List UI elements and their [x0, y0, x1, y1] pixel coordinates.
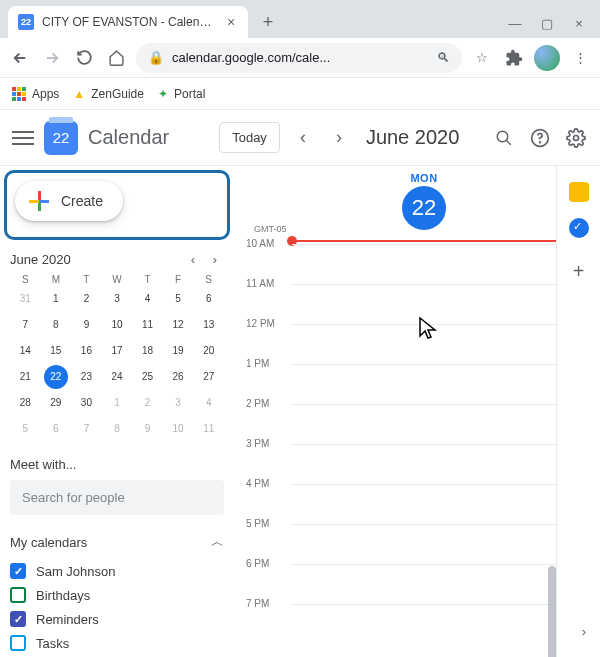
calendar-item[interactable]: Sam Johnson — [10, 559, 224, 583]
mini-day[interactable]: 5 — [13, 417, 37, 441]
calendar-checkbox[interactable] — [10, 587, 26, 603]
mini-day[interactable]: 17 — [105, 339, 129, 363]
mini-day[interactable]: 16 — [74, 339, 98, 363]
mini-day[interactable]: 11 — [197, 417, 221, 441]
calendar-checkbox[interactable] — [10, 563, 26, 579]
mini-day[interactable]: 10 — [166, 417, 190, 441]
mini-day[interactable]: 9 — [74, 313, 98, 337]
mini-day[interactable]: 20 — [197, 339, 221, 363]
hour-row[interactable]: 10 AM — [292, 244, 556, 284]
minimize-icon[interactable]: — — [508, 16, 522, 30]
mini-day[interactable]: 8 — [105, 417, 129, 441]
main-menu-icon[interactable] — [12, 127, 34, 149]
mini-day[interactable]: 4 — [136, 287, 160, 311]
hour-row[interactable]: 7 PM — [292, 604, 556, 644]
mini-day[interactable]: 2 — [74, 287, 98, 311]
create-button[interactable]: Create — [15, 181, 123, 221]
hour-row[interactable]: 6 PM — [292, 564, 556, 604]
mini-next-icon[interactable]: › — [206, 250, 224, 268]
mini-day[interactable]: 21 — [13, 365, 37, 389]
mini-day[interactable]: 1 — [44, 287, 68, 311]
prev-period-icon[interactable]: ‹ — [290, 125, 316, 151]
home-icon[interactable] — [104, 46, 128, 70]
mini-day[interactable]: 4 — [197, 391, 221, 415]
calendar-item[interactable]: Birthdays — [10, 583, 224, 607]
keep-addon-icon[interactable] — [569, 182, 589, 202]
reload-icon[interactable] — [72, 46, 96, 70]
mini-day[interactable]: 30 — [74, 391, 98, 415]
mini-day[interactable]: 8 — [44, 313, 68, 337]
day-view[interactable]: MON 22 GMT-05 10 AM11 AM12 PM1 PM2 PM3 P… — [238, 166, 556, 657]
next-period-icon[interactable]: › — [326, 125, 352, 151]
mini-day[interactable]: 13 — [197, 313, 221, 337]
mini-day[interactable]: 6 — [197, 287, 221, 311]
mini-day[interactable]: 25 — [136, 365, 160, 389]
my-calendars-header[interactable]: My calendars ︿ — [10, 533, 224, 551]
search-in-page-icon[interactable]: 🔍︎ — [437, 50, 450, 65]
back-icon[interactable] — [8, 46, 32, 70]
new-tab-button[interactable]: + — [254, 8, 282, 36]
mini-day[interactable]: 11 — [136, 313, 160, 337]
bookmark-portal[interactable]: ✦Portal — [158, 87, 205, 101]
settings-gear-icon[interactable] — [564, 126, 588, 150]
kebab-menu-icon[interactable]: ⋮ — [568, 46, 592, 70]
mini-prev-icon[interactable]: ‹ — [184, 250, 202, 268]
mini-day[interactable]: 2 — [136, 391, 160, 415]
today-button[interactable]: Today — [219, 122, 280, 153]
bookmark-star-icon[interactable]: ☆ — [470, 46, 494, 70]
hour-row[interactable]: 4 PM — [292, 484, 556, 524]
mini-day[interactable]: 26 — [166, 365, 190, 389]
close-tab-icon[interactable]: × — [224, 15, 238, 29]
hour-row[interactable]: 2 PM — [292, 404, 556, 444]
calendar-item[interactable]: Tasks — [10, 631, 224, 655]
mini-day[interactable]: 31 — [13, 287, 37, 311]
mini-day[interactable]: 7 — [74, 417, 98, 441]
hour-row[interactable]: 1 PM — [292, 364, 556, 404]
help-icon[interactable] — [528, 126, 552, 150]
mini-day[interactable]: 1 — [105, 391, 129, 415]
close-window-icon[interactable]: × — [572, 16, 586, 30]
mini-day[interactable]: 9 — [136, 417, 160, 441]
mini-day[interactable]: 5 — [166, 287, 190, 311]
address-bar[interactable]: 🔒 calendar.google.com/cale... 🔍︎ — [136, 43, 462, 73]
hour-row[interactable]: 5 PM — [292, 524, 556, 564]
meet-with-label: Meet with... — [10, 457, 224, 472]
mini-day[interactable]: 10 — [105, 313, 129, 337]
mini-day[interactable]: 12 — [166, 313, 190, 337]
mini-day[interactable]: 29 — [44, 391, 68, 415]
calendar-item[interactable]: Reminders — [10, 607, 224, 631]
bookmark-zenguide[interactable]: ▲ZenGuide — [73, 87, 144, 101]
browser-tab[interactable]: 22 CITY OF EVANSTON - Calendar - × — [8, 6, 248, 38]
create-label: Create — [61, 193, 103, 209]
mini-day[interactable]: 18 — [136, 339, 160, 363]
mini-day[interactable]: 15 — [44, 339, 68, 363]
mini-day[interactable]: 23 — [74, 365, 98, 389]
hour-row[interactable]: 3 PM — [292, 444, 556, 484]
show-side-panel-icon[interactable]: › — [582, 624, 586, 639]
tasks-addon-icon[interactable] — [569, 218, 589, 238]
maximize-icon[interactable]: ▢ — [540, 16, 554, 30]
mini-day[interactable]: 24 — [105, 365, 129, 389]
profile-avatar[interactable] — [534, 45, 560, 71]
search-people-input[interactable]: Search for people — [10, 480, 224, 515]
mini-day[interactable]: 22 — [44, 365, 68, 389]
calendar-checkbox[interactable] — [10, 635, 26, 651]
mini-day[interactable]: 3 — [105, 287, 129, 311]
get-addons-icon[interactable]: + — [573, 260, 585, 283]
forward-icon[interactable] — [40, 46, 64, 70]
search-icon[interactable] — [492, 126, 516, 150]
mini-day[interactable]: 3 — [166, 391, 190, 415]
scrollbar-thumb[interactable] — [548, 566, 556, 657]
mini-day[interactable]: 14 — [13, 339, 37, 363]
mini-day[interactable]: 7 — [13, 313, 37, 337]
mini-calendar[interactable]: SMTWTFS311234567891011121314151617181920… — [10, 274, 224, 441]
mini-day[interactable]: 27 — [197, 365, 221, 389]
apps-shortcut[interactable]: Apps — [12, 87, 59, 101]
calendar-checkbox[interactable] — [10, 611, 26, 627]
hour-grid[interactable]: 10 AM11 AM12 PM1 PM2 PM3 PM4 PM5 PM6 PM7… — [292, 244, 556, 657]
mini-day[interactable]: 19 — [166, 339, 190, 363]
mini-day[interactable]: 6 — [44, 417, 68, 441]
day-number-badge[interactable]: 22 — [402, 186, 446, 230]
extensions-icon[interactable] — [502, 46, 526, 70]
mini-day[interactable]: 28 — [13, 391, 37, 415]
